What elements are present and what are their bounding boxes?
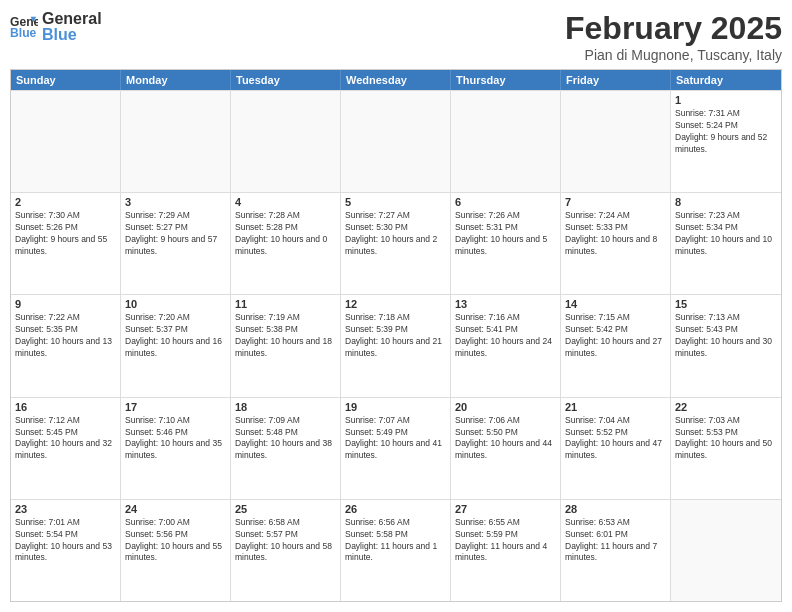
- header-day-tuesday: Tuesday: [231, 70, 341, 90]
- header-day-thursday: Thursday: [451, 70, 561, 90]
- day-info: Sunrise: 7:12 AM Sunset: 5:45 PM Dayligh…: [15, 415, 116, 463]
- day-number: 26: [345, 503, 446, 515]
- day-number: 12: [345, 298, 446, 310]
- day-22: 22Sunrise: 7:03 AM Sunset: 5:53 PM Dayli…: [671, 398, 781, 499]
- day-number: 2: [15, 196, 116, 208]
- day-13: 13Sunrise: 7:16 AM Sunset: 5:41 PM Dayli…: [451, 295, 561, 396]
- day-info: Sunrise: 7:22 AM Sunset: 5:35 PM Dayligh…: [15, 312, 116, 360]
- day-number: 20: [455, 401, 556, 413]
- day-4: 4Sunrise: 7:28 AM Sunset: 5:28 PM Daylig…: [231, 193, 341, 294]
- day-info: Sunrise: 7:13 AM Sunset: 5:43 PM Dayligh…: [675, 312, 777, 360]
- day-20: 20Sunrise: 7:06 AM Sunset: 5:50 PM Dayli…: [451, 398, 561, 499]
- title-block: February 2025 Pian di Mugnone, Tuscany, …: [565, 10, 782, 63]
- day-info: Sunrise: 7:01 AM Sunset: 5:54 PM Dayligh…: [15, 517, 116, 565]
- day-number: 22: [675, 401, 777, 413]
- day-info: Sunrise: 6:58 AM Sunset: 5:57 PM Dayligh…: [235, 517, 336, 565]
- day-19: 19Sunrise: 7:07 AM Sunset: 5:49 PM Dayli…: [341, 398, 451, 499]
- day-info: Sunrise: 6:56 AM Sunset: 5:58 PM Dayligh…: [345, 517, 446, 565]
- day-number: 24: [125, 503, 226, 515]
- week-5: 23Sunrise: 7:01 AM Sunset: 5:54 PM Dayli…: [11, 499, 781, 601]
- day-info: Sunrise: 7:15 AM Sunset: 5:42 PM Dayligh…: [565, 312, 666, 360]
- day-number: 8: [675, 196, 777, 208]
- empty-cell: [341, 91, 451, 192]
- header-day-sunday: Sunday: [11, 70, 121, 90]
- day-14: 14Sunrise: 7:15 AM Sunset: 5:42 PM Dayli…: [561, 295, 671, 396]
- header-day-wednesday: Wednesday: [341, 70, 451, 90]
- day-info: Sunrise: 7:31 AM Sunset: 5:24 PM Dayligh…: [675, 108, 777, 156]
- empty-cell: [671, 500, 781, 601]
- day-23: 23Sunrise: 7:01 AM Sunset: 5:54 PM Dayli…: [11, 500, 121, 601]
- day-info: Sunrise: 7:23 AM Sunset: 5:34 PM Dayligh…: [675, 210, 777, 258]
- day-number: 15: [675, 298, 777, 310]
- day-9: 9Sunrise: 7:22 AM Sunset: 5:35 PM Daylig…: [11, 295, 121, 396]
- day-number: 9: [15, 298, 116, 310]
- day-number: 21: [565, 401, 666, 413]
- day-info: Sunrise: 7:00 AM Sunset: 5:56 PM Dayligh…: [125, 517, 226, 565]
- day-11: 11Sunrise: 7:19 AM Sunset: 5:38 PM Dayli…: [231, 295, 341, 396]
- day-number: 10: [125, 298, 226, 310]
- day-number: 27: [455, 503, 556, 515]
- page: General Blue General Blue February 2025 …: [0, 0, 792, 612]
- day-info: Sunrise: 7:26 AM Sunset: 5:31 PM Dayligh…: [455, 210, 556, 258]
- day-3: 3Sunrise: 7:29 AM Sunset: 5:27 PM Daylig…: [121, 193, 231, 294]
- day-28: 28Sunrise: 6:53 AM Sunset: 6:01 PM Dayli…: [561, 500, 671, 601]
- day-info: Sunrise: 6:53 AM Sunset: 6:01 PM Dayligh…: [565, 517, 666, 565]
- day-10: 10Sunrise: 7:20 AM Sunset: 5:37 PM Dayli…: [121, 295, 231, 396]
- day-number: 18: [235, 401, 336, 413]
- day-info: Sunrise: 7:16 AM Sunset: 5:41 PM Dayligh…: [455, 312, 556, 360]
- day-number: 5: [345, 196, 446, 208]
- header-day-monday: Monday: [121, 70, 231, 90]
- day-12: 12Sunrise: 7:18 AM Sunset: 5:39 PM Dayli…: [341, 295, 451, 396]
- day-number: 4: [235, 196, 336, 208]
- week-4: 16Sunrise: 7:12 AM Sunset: 5:45 PM Dayli…: [11, 397, 781, 499]
- day-info: Sunrise: 7:04 AM Sunset: 5:52 PM Dayligh…: [565, 415, 666, 463]
- day-25: 25Sunrise: 6:58 AM Sunset: 5:57 PM Dayli…: [231, 500, 341, 601]
- day-info: Sunrise: 7:03 AM Sunset: 5:53 PM Dayligh…: [675, 415, 777, 463]
- empty-cell: [451, 91, 561, 192]
- day-number: 13: [455, 298, 556, 310]
- day-number: 16: [15, 401, 116, 413]
- day-5: 5Sunrise: 7:27 AM Sunset: 5:30 PM Daylig…: [341, 193, 451, 294]
- day-info: Sunrise: 7:09 AM Sunset: 5:48 PM Dayligh…: [235, 415, 336, 463]
- calendar-header: SundayMondayTuesdayWednesdayThursdayFrid…: [11, 70, 781, 90]
- logo-line2: Blue: [42, 26, 102, 44]
- day-info: Sunrise: 7:29 AM Sunset: 5:27 PM Dayligh…: [125, 210, 226, 258]
- day-8: 8Sunrise: 7:23 AM Sunset: 5:34 PM Daylig…: [671, 193, 781, 294]
- day-number: 28: [565, 503, 666, 515]
- day-1: 1Sunrise: 7:31 AM Sunset: 5:24 PM Daylig…: [671, 91, 781, 192]
- day-6: 6Sunrise: 7:26 AM Sunset: 5:31 PM Daylig…: [451, 193, 561, 294]
- empty-cell: [121, 91, 231, 192]
- header-day-friday: Friday: [561, 70, 671, 90]
- svg-text:Blue: Blue: [10, 26, 37, 40]
- day-15: 15Sunrise: 7:13 AM Sunset: 5:43 PM Dayli…: [671, 295, 781, 396]
- day-info: Sunrise: 7:10 AM Sunset: 5:46 PM Dayligh…: [125, 415, 226, 463]
- header-day-saturday: Saturday: [671, 70, 781, 90]
- calendar-body: 1Sunrise: 7:31 AM Sunset: 5:24 PM Daylig…: [11, 90, 781, 601]
- day-18: 18Sunrise: 7:09 AM Sunset: 5:48 PM Dayli…: [231, 398, 341, 499]
- day-2: 2Sunrise: 7:30 AM Sunset: 5:26 PM Daylig…: [11, 193, 121, 294]
- day-number: 6: [455, 196, 556, 208]
- day-info: Sunrise: 7:24 AM Sunset: 5:33 PM Dayligh…: [565, 210, 666, 258]
- day-info: Sunrise: 7:07 AM Sunset: 5:49 PM Dayligh…: [345, 415, 446, 463]
- day-info: Sunrise: 7:20 AM Sunset: 5:37 PM Dayligh…: [125, 312, 226, 360]
- calendar-subtitle: Pian di Mugnone, Tuscany, Italy: [565, 47, 782, 63]
- day-16: 16Sunrise: 7:12 AM Sunset: 5:45 PM Dayli…: [11, 398, 121, 499]
- day-info: Sunrise: 7:06 AM Sunset: 5:50 PM Dayligh…: [455, 415, 556, 463]
- logo: General Blue General Blue: [10, 10, 102, 43]
- day-number: 25: [235, 503, 336, 515]
- empty-cell: [561, 91, 671, 192]
- calendar-title: February 2025: [565, 10, 782, 47]
- day-17: 17Sunrise: 7:10 AM Sunset: 5:46 PM Dayli…: [121, 398, 231, 499]
- day-number: 19: [345, 401, 446, 413]
- day-info: Sunrise: 7:28 AM Sunset: 5:28 PM Dayligh…: [235, 210, 336, 258]
- day-info: Sunrise: 7:18 AM Sunset: 5:39 PM Dayligh…: [345, 312, 446, 360]
- week-1: 1Sunrise: 7:31 AM Sunset: 5:24 PM Daylig…: [11, 90, 781, 192]
- day-26: 26Sunrise: 6:56 AM Sunset: 5:58 PM Dayli…: [341, 500, 451, 601]
- empty-cell: [11, 91, 121, 192]
- day-number: 17: [125, 401, 226, 413]
- day-info: Sunrise: 7:30 AM Sunset: 5:26 PM Dayligh…: [15, 210, 116, 258]
- day-7: 7Sunrise: 7:24 AM Sunset: 5:33 PM Daylig…: [561, 193, 671, 294]
- day-24: 24Sunrise: 7:00 AM Sunset: 5:56 PM Dayli…: [121, 500, 231, 601]
- day-number: 23: [15, 503, 116, 515]
- week-2: 2Sunrise: 7:30 AM Sunset: 5:26 PM Daylig…: [11, 192, 781, 294]
